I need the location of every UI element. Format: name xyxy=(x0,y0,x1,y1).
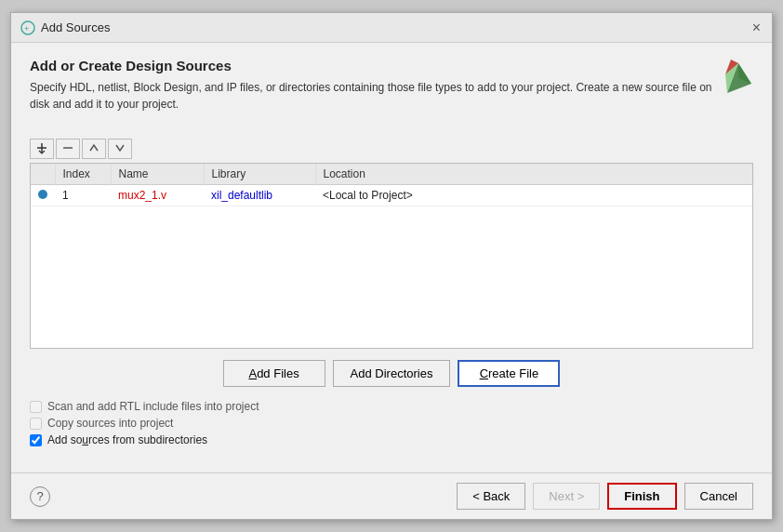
remove-file-btn[interactable] xyxy=(56,139,80,159)
option-row-3: Add sources from subdirectories xyxy=(30,433,753,446)
row-dot xyxy=(31,185,55,206)
file-toolbar xyxy=(30,139,753,159)
move-down-btn[interactable] xyxy=(108,139,132,159)
dialog-footer: ? < Back Next > Finish Cancel xyxy=(11,472,772,519)
svg-text:+: + xyxy=(24,24,29,33)
xilinx-logo xyxy=(712,58,753,99)
description-line2: disk and add it to your project. xyxy=(30,98,179,111)
description: Specify HDL, netlist, Block Design, and … xyxy=(30,79,712,113)
page-title: Add or Create Design Sources xyxy=(30,58,712,73)
col-name-header: Name xyxy=(111,164,204,185)
add-directories-label: Add Directories xyxy=(351,366,433,380)
add-subdirs-label: Add sources from subdirectories xyxy=(47,433,207,446)
row-name: mux2_1.v xyxy=(111,185,204,206)
scan-rtl-label: Scan and add RTL include files into proj… xyxy=(47,400,259,413)
footer-right: < Back Next > Finish Cancel xyxy=(457,483,753,510)
table-header-row: Index Name Library Location xyxy=(31,164,752,185)
copy-sources-label: Copy sources into project xyxy=(47,417,173,430)
minus-icon xyxy=(61,141,74,157)
add-files-button[interactable]: Add Files xyxy=(223,360,325,387)
back-button[interactable]: < Back xyxy=(457,483,525,510)
col-library-header: Library xyxy=(204,164,315,185)
move-up-btn[interactable] xyxy=(82,139,106,159)
sources-table-area: Index Name Library Location 1 mux2_1.v x… xyxy=(30,163,753,349)
header-area: Add or Create Design Sources Specify HDL… xyxy=(30,58,753,126)
scan-rtl-checkbox[interactable] xyxy=(30,401,42,413)
row-index: 1 xyxy=(55,185,111,206)
next-button[interactable]: Next > xyxy=(533,483,600,510)
title-bar: + Add Sources × xyxy=(11,13,772,43)
option-row-2: Copy sources into project xyxy=(30,417,753,430)
header-text-area: Add or Create Design Sources Specify HDL… xyxy=(30,58,712,126)
add-icon xyxy=(35,141,48,157)
copy-sources-checkbox[interactable] xyxy=(30,418,42,430)
help-button[interactable]: ? xyxy=(30,486,50,507)
back-label: < Back xyxy=(472,489,510,503)
finish-label: Finish xyxy=(624,489,659,503)
close-button[interactable]: × xyxy=(750,20,763,35)
up-arrow-icon xyxy=(87,141,100,157)
sources-table: Index Name Library Location 1 mux2_1.v x… xyxy=(31,164,752,206)
title-text: Add Sources xyxy=(41,20,110,34)
options-area: Scan and add RTL include files into proj… xyxy=(30,400,753,446)
source-icon: + xyxy=(20,20,35,35)
dialog-add-sources: + Add Sources × Add or Create Design Sou… xyxy=(10,12,773,520)
cancel-label: Cancel xyxy=(700,489,737,503)
next-label: Next > xyxy=(549,489,584,503)
create-file-button[interactable]: Create File xyxy=(458,360,560,387)
status-dot xyxy=(38,190,47,199)
row-library: xil_defaultlib xyxy=(204,185,315,206)
description-line1: Specify HDL, netlist, Block Design, and … xyxy=(30,81,712,94)
add-files-label: Add Files xyxy=(248,366,299,380)
add-file-btn[interactable] xyxy=(30,139,54,159)
col-dot-header xyxy=(31,164,55,185)
col-index-header: Index xyxy=(55,164,111,185)
down-arrow-icon xyxy=(113,141,126,157)
option-row-1: Scan and add RTL include files into proj… xyxy=(30,400,753,413)
action-buttons-area: Add Files Add Directories Create File xyxy=(30,360,753,387)
col-location-header: Location xyxy=(315,164,752,185)
table-body: 1 mux2_1.v xil_defaultlib <Local to Proj… xyxy=(31,185,752,206)
add-directories-button[interactable]: Add Directories xyxy=(333,360,451,387)
cancel-button[interactable]: Cancel xyxy=(684,483,753,510)
title-bar-left: + Add Sources xyxy=(20,20,110,35)
add-subdirs-checkbox[interactable] xyxy=(30,434,42,446)
finish-button[interactable]: Finish xyxy=(607,483,676,510)
table-row[interactable]: 1 mux2_1.v xil_defaultlib <Local to Proj… xyxy=(31,185,752,206)
row-location: <Local to Project> xyxy=(315,185,752,206)
create-file-label: Create File xyxy=(480,366,539,380)
dialog-content: Add or Create Design Sources Specify HDL… xyxy=(11,43,772,472)
footer-left: ? xyxy=(30,486,50,507)
